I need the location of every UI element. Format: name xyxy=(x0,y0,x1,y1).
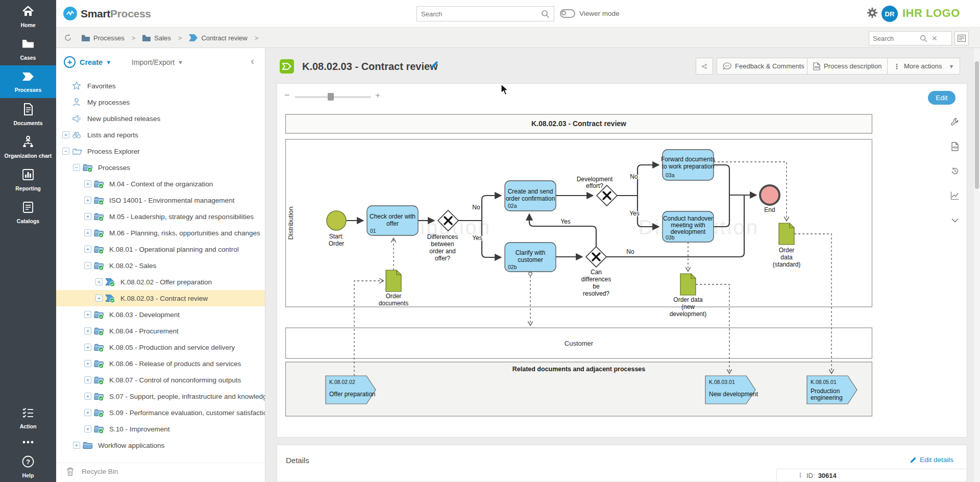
sidebar-item-processes[interactable]: Processes xyxy=(0,65,56,98)
chevron-down-icon[interactable] xyxy=(951,215,959,225)
import-export-button[interactable]: Import/Export xyxy=(132,58,175,66)
related-process-production-engineering[interactable]: K.08.05.01 Production engineering xyxy=(807,376,857,404)
sidebar-item-cases[interactable]: Cases xyxy=(0,33,56,65)
wrench-icon[interactable] xyxy=(950,117,960,129)
expand-icon[interactable]: + xyxy=(84,327,91,334)
edit-title-pencil-icon[interactable] xyxy=(430,60,439,71)
clear-search-icon[interactable]: ✕ xyxy=(932,34,938,42)
scrollbar-thumb[interactable] xyxy=(975,61,979,189)
export-pdf-icon[interactable]: PDF xyxy=(951,142,959,153)
refresh-icon[interactable] xyxy=(63,33,72,44)
collapse-icon[interactable]: − xyxy=(62,148,69,155)
expand-icon[interactable]: + xyxy=(95,295,103,302)
chevron-down-icon[interactable]: ▼ xyxy=(106,59,111,65)
collapse-panel-icon[interactable]: ‹ xyxy=(251,55,254,67)
breadcrumb-item-sales[interactable]: Sales xyxy=(142,34,171,42)
tree-item[interactable]: +K.08.03 - Development xyxy=(56,306,265,323)
tree-item[interactable]: −Process Explorer xyxy=(56,143,265,159)
chevron-down-icon[interactable]: ▼ xyxy=(178,59,183,65)
tree-item[interactable]: +K.08.05 - Production and service delive… xyxy=(56,339,265,355)
breadcrumb-item-contract-review[interactable]: Contract review xyxy=(189,34,247,42)
feedback-comments-button[interactable]: Feedback & Comments xyxy=(717,58,811,75)
expand-icon[interactable]: + xyxy=(84,246,91,253)
expand-icon[interactable]: + xyxy=(73,442,80,449)
expand-icon[interactable]: + xyxy=(84,311,91,318)
expand-icon[interactable]: + xyxy=(84,213,91,220)
tree-item[interactable]: +K.08.01 - Operational planning and cont… xyxy=(56,241,265,257)
expand-icon[interactable]: + xyxy=(84,197,91,204)
sidebar-item-reporting[interactable]: Reporting xyxy=(0,163,56,196)
expand-icon[interactable]: + xyxy=(84,393,91,400)
task-create-order-confirmation[interactable]: Create and send order confirmation 02a xyxy=(505,181,556,211)
recycle-bin-item[interactable]: Recycle Bin xyxy=(56,463,265,480)
expand-icon[interactable]: + xyxy=(95,278,103,285)
tree-item[interactable]: +K.08.02.03 - Contract review xyxy=(56,290,265,306)
tree-item[interactable]: −Processes xyxy=(56,159,265,176)
expand-icon[interactable]: + xyxy=(84,360,91,367)
viewer-mode-toggle[interactable] xyxy=(560,9,575,18)
expand-icon[interactable]: + xyxy=(84,409,91,416)
share-button[interactable] xyxy=(696,58,713,75)
expand-icon[interactable]: + xyxy=(84,376,91,383)
tree-item[interactable]: +M.06 - Planning, risks, opportunities a… xyxy=(56,225,265,241)
tree-item[interactable]: +M.05 - Leadership, strategy and respons… xyxy=(56,208,265,225)
tree-item[interactable]: Favorites xyxy=(56,78,265,94)
tree-item[interactable]: +S.10 - Improvement xyxy=(56,421,265,437)
expand-icon[interactable]: + xyxy=(84,180,91,187)
tree-item[interactable]: +M.04 - Context of the organization xyxy=(56,176,265,192)
history-icon[interactable] xyxy=(950,166,960,178)
sidebar-item-catalogs[interactable]: Catalogs xyxy=(0,196,56,229)
tree-item[interactable]: +K.08.02.02 - Offer preparation xyxy=(56,274,265,290)
svg-text:No: No xyxy=(630,173,638,180)
list-view-button[interactable] xyxy=(954,31,969,45)
collapse-icon[interactable]: − xyxy=(73,164,80,171)
expander-spacer xyxy=(62,82,69,89)
tree-item[interactable]: +Workflow applications xyxy=(56,437,265,453)
global-search-input[interactable] xyxy=(421,10,541,18)
page-scrollbar[interactable] xyxy=(974,48,980,482)
zoom-out-icon[interactable]: − xyxy=(284,90,290,101)
related-process-offer-preparation[interactable]: K.08.02.02 Offer preparation xyxy=(326,376,376,404)
task-conduct-handover[interactable]: Conduct handover meeting with developmen… xyxy=(663,211,714,242)
breadcrumb-search-input[interactable] xyxy=(873,35,920,42)
edit-details-link[interactable]: Edit details xyxy=(910,456,953,464)
bpmn-diagram[interactable]: K.08.02.03 - Contract review Distributio… xyxy=(285,110,872,424)
tree-item[interactable]: +K.08.04 - Procurement xyxy=(56,323,265,339)
zoom-slider-handle[interactable] xyxy=(328,93,334,101)
search-icon[interactable] xyxy=(920,35,927,42)
more-actions-button[interactable]: ⋮ More actions ▼ xyxy=(887,58,960,75)
task-check-order[interactable]: Check order with offer 01 xyxy=(367,206,418,235)
sidebar-item-home[interactable]: Home xyxy=(0,0,56,33)
breadcrumb-separator: > xyxy=(255,34,259,42)
breadcrumb-item-processes[interactable]: Processes xyxy=(82,34,125,42)
sidebar-item-action[interactable]: Action xyxy=(0,402,56,433)
tree-item[interactable]: My processes xyxy=(56,94,265,110)
expand-icon[interactable]: + xyxy=(84,344,91,351)
sidebar-item-organization-chart[interactable]: Organization chart xyxy=(0,131,56,163)
task-forward-documents[interactable]: Forward documents to work preparation 03… xyxy=(661,150,715,180)
create-button[interactable]: Create xyxy=(80,58,103,66)
gear-icon[interactable] xyxy=(867,7,878,20)
tree-item[interactable]: +Lists and reports xyxy=(56,127,265,143)
tree-item[interactable]: +S.09 - Performance evaluation, customer… xyxy=(56,404,265,421)
tree-item[interactable]: +K.08.06 - Release of products and servi… xyxy=(56,355,265,372)
zoom-in-icon[interactable]: + xyxy=(375,90,380,101)
collapse-icon[interactable]: − xyxy=(84,262,91,269)
expand-icon[interactable]: + xyxy=(84,229,91,236)
search-icon[interactable] xyxy=(541,10,550,18)
process-description-button[interactable]: PDF Process description xyxy=(807,58,888,75)
statistics-icon[interactable] xyxy=(950,191,960,202)
tree-item[interactable]: +K.08.07 - Control of nonconforming outp… xyxy=(56,372,265,388)
expand-icon[interactable]: + xyxy=(84,425,91,432)
user-avatar[interactable]: DR xyxy=(881,6,898,22)
task-clarify-with-customer[interactable]: Clarify with customer 02b xyxy=(505,243,556,272)
sidebar-item-more[interactable] xyxy=(0,433,56,451)
sidebar-item-help[interactable]: ?Help xyxy=(0,451,56,482)
tree-item[interactable]: +ISO 14001 - Environmental management xyxy=(56,192,265,208)
expand-icon[interactable]: + xyxy=(62,131,69,138)
tree-item[interactable]: New published releases xyxy=(56,110,265,127)
tree-item[interactable]: −K.08.02 - Sales xyxy=(56,257,265,274)
edit-button[interactable]: Edit xyxy=(928,91,955,105)
tree-item[interactable]: +S.07 - Support, people, infrastructure … xyxy=(56,388,265,404)
sidebar-item-documents[interactable]: Documents xyxy=(0,98,56,131)
